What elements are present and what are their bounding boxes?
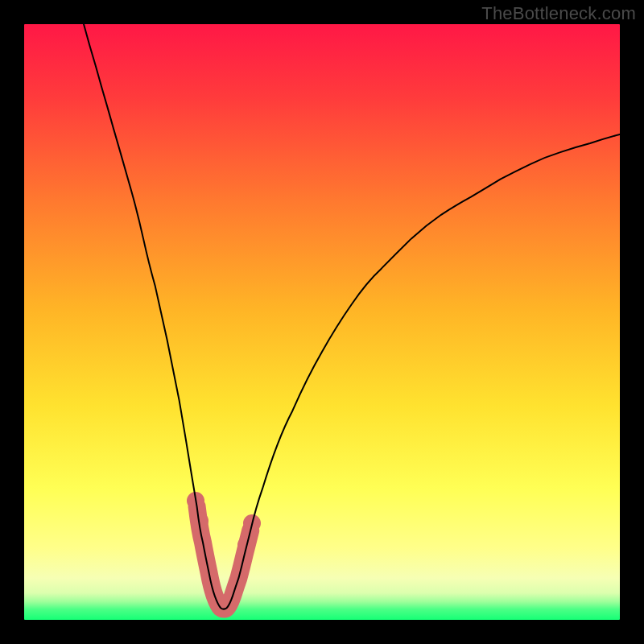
plot-area — [24, 24, 620, 620]
chart-frame: TheBottleneck.com — [0, 0, 644, 644]
bottleneck-curve — [24, 24, 620, 620]
curve-path — [84, 24, 620, 609]
watermark-text: TheBottleneck.com — [481, 3, 636, 24]
